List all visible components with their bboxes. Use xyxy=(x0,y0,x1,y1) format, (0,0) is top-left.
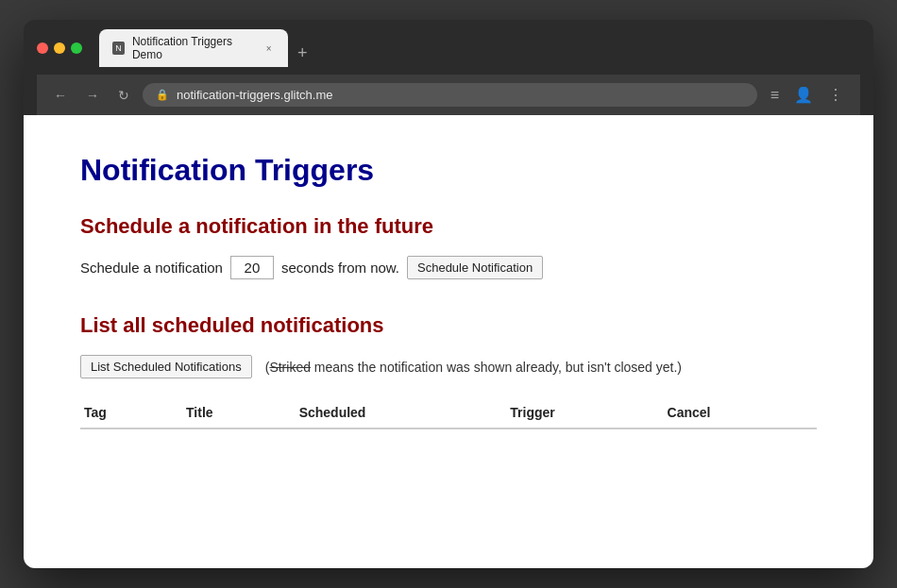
col-cancel: Cancel xyxy=(664,397,817,428)
schedule-notification-button[interactable]: Schedule Notification xyxy=(407,256,543,279)
nav-actions: ≡ 👤 ⋮ xyxy=(765,82,849,108)
more-button[interactable]: ⋮ xyxy=(822,82,849,108)
list-row: List Scheduled Notifications (Striked me… xyxy=(80,355,817,378)
section2-heading: List all scheduled notifications xyxy=(80,313,817,338)
tabs-row: N Notification Triggers Demo × + xyxy=(99,29,315,67)
browser-window: N Notification Triggers Demo × + ← → ↻ 🔒… xyxy=(24,20,873,568)
page-content: Notification Triggers Schedule a notific… xyxy=(24,115,873,568)
active-tab[interactable]: N Notification Triggers Demo × xyxy=(99,29,288,67)
minimize-traffic-light[interactable] xyxy=(54,42,65,54)
col-trigger: Trigger xyxy=(506,397,663,428)
reload-button[interactable]: ↻ xyxy=(112,84,135,107)
close-traffic-light[interactable] xyxy=(37,42,48,54)
table-header: Tag Title Scheduled Trigger Cancel xyxy=(80,397,817,428)
striked-note-post: means the notification was shown already… xyxy=(311,360,682,375)
section1-heading: Schedule a notification in the future xyxy=(80,214,817,239)
striked-note: (Striked means the notification was show… xyxy=(265,360,682,375)
col-scheduled: Scheduled xyxy=(296,397,507,428)
tab-favicon: N xyxy=(112,42,125,55)
tab-close-button[interactable]: × xyxy=(262,42,275,55)
extensions-button[interactable]: ≡ xyxy=(765,83,785,108)
maximize-traffic-light[interactable] xyxy=(71,42,82,54)
nav-bar: ← → ↻ 🔒 notification-triggers.glitch.me … xyxy=(37,75,860,115)
title-bar-top: N Notification Triggers Demo × + xyxy=(37,29,860,67)
new-tab-button[interactable]: + xyxy=(290,40,315,67)
table-header-row: Tag Title Scheduled Trigger Cancel xyxy=(80,397,817,428)
address-text: notification-triggers.glitch.me xyxy=(177,88,332,102)
page-title: Notification Triggers xyxy=(80,153,817,188)
striked-word: Striked xyxy=(269,360,311,375)
forward-button[interactable]: → xyxy=(80,84,105,107)
address-bar[interactable]: 🔒 notification-triggers.glitch.me xyxy=(143,83,757,107)
list-scheduled-button[interactable]: List Scheduled Notifications xyxy=(80,355,252,378)
schedule-label-after: seconds from now. xyxy=(281,260,399,276)
col-title: Title xyxy=(182,397,296,428)
account-button[interactable]: 👤 xyxy=(788,82,819,108)
lock-icon: 🔒 xyxy=(156,89,169,101)
tab-title: Notification Triggers Demo xyxy=(132,35,255,61)
title-bar: N Notification Triggers Demo × + ← → ↻ 🔒… xyxy=(24,20,873,115)
col-tag: Tag xyxy=(80,397,182,428)
notifications-table: Tag Title Scheduled Trigger Cancel xyxy=(80,397,817,429)
schedule-row: Schedule a notification seconds from now… xyxy=(80,256,817,279)
schedule-label-before: Schedule a notification xyxy=(80,260,223,276)
traffic-lights xyxy=(37,42,82,54)
back-button[interactable]: ← xyxy=(48,84,73,107)
seconds-input[interactable] xyxy=(230,256,274,279)
